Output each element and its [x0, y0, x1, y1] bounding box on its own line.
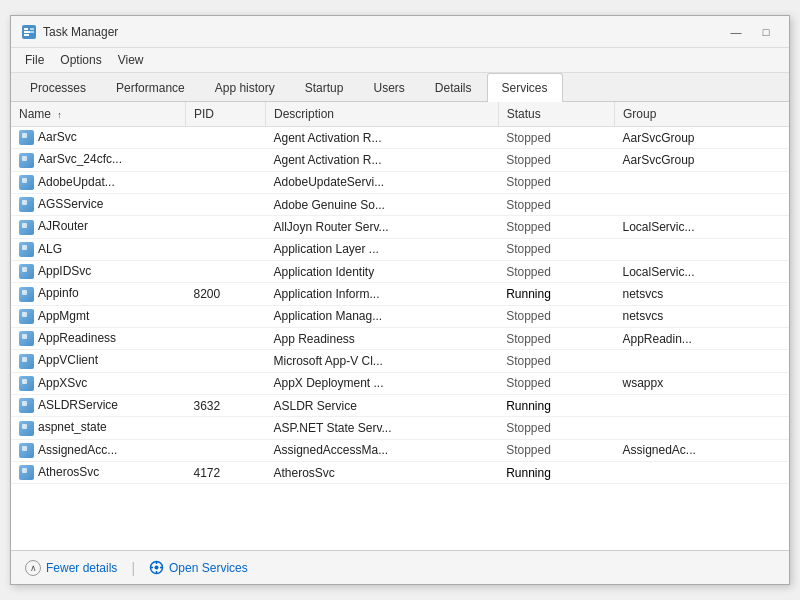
cell-name: AdobeUpdat... — [11, 171, 186, 193]
table-row[interactable]: AarSvcAgent Activation R...StoppedAarSvc… — [11, 127, 789, 149]
menu-item-view[interactable]: View — [110, 50, 152, 70]
cell-name: AppReadiness — [11, 327, 186, 349]
cell-name: AtherosSvc — [11, 461, 186, 483]
table-row[interactable]: AarSvc_24cfc...Agent Activation R...Stop… — [11, 149, 789, 171]
cell-group — [614, 417, 789, 439]
cell-name: AppVClient — [11, 350, 186, 372]
cell-name: AssignedAcc... — [11, 439, 186, 461]
cell-group: LocalServic... — [614, 216, 789, 238]
col-header-group[interactable]: Group — [614, 102, 789, 127]
table-row[interactable]: AJRouterAllJoyn Router Serv...StoppedLoc… — [11, 216, 789, 238]
cell-status: Stopped — [498, 171, 614, 193]
table-row[interactable]: aspnet_stateASP.NET State Serv...Stopped — [11, 417, 789, 439]
tab-processes[interactable]: Processes — [15, 73, 101, 102]
tab-users[interactable]: Users — [358, 73, 419, 102]
cell-status: Stopped — [498, 216, 614, 238]
cell-status: Running — [498, 394, 614, 416]
table-row[interactable]: AtherosSvc4172AtherosSvcRunning — [11, 461, 789, 483]
cell-status: Stopped — [498, 305, 614, 327]
cell-description: Application Layer ... — [265, 238, 498, 260]
cell-name: AJRouter — [11, 216, 186, 238]
col-header-pid[interactable]: PID — [186, 102, 266, 127]
sort-arrow-name: ↑ — [57, 110, 62, 120]
minimize-button[interactable]: — — [723, 22, 749, 42]
cell-group — [614, 193, 789, 215]
chevron-up-icon: ∧ — [25, 560, 41, 576]
table-row[interactable]: AdobeUpdat...AdobeUpdateServi...Stopped — [11, 171, 789, 193]
cell-name: Appinfo — [11, 283, 186, 305]
cell-description: AppX Deployment ... — [265, 372, 498, 394]
cell-status: Running — [498, 461, 614, 483]
service-icon — [19, 443, 34, 458]
service-icon — [19, 398, 34, 413]
fewer-details-button[interactable]: ∧ Fewer details — [25, 560, 117, 576]
cell-name: aspnet_state — [11, 417, 186, 439]
cell-group: LocalServic... — [614, 260, 789, 282]
cell-pid: 8200 — [186, 283, 266, 305]
service-icon — [19, 197, 34, 212]
cell-description: AllJoyn Router Serv... — [265, 216, 498, 238]
cell-pid — [186, 372, 266, 394]
col-header-status[interactable]: Status — [498, 102, 614, 127]
cell-description: Agent Activation R... — [265, 149, 498, 171]
cell-group — [614, 461, 789, 483]
app-icon — [21, 24, 37, 40]
open-services-button[interactable]: Open Services — [149, 560, 248, 575]
svg-rect-2 — [24, 31, 30, 33]
cell-pid — [186, 350, 266, 372]
table-row[interactable]: AGSServiceAdobe Genuine So...Stopped — [11, 193, 789, 215]
cell-pid — [186, 171, 266, 193]
col-header-description[interactable]: Description — [265, 102, 498, 127]
service-icon — [19, 287, 34, 302]
tab-services[interactable]: Services — [487, 73, 563, 102]
cell-group: AarSvcGroup — [614, 149, 789, 171]
cell-name: ASLDRService — [11, 394, 186, 416]
menu-item-file[interactable]: File — [17, 50, 52, 70]
services-table: Name ↑ PID Description Status Group — [11, 102, 789, 484]
tab-performance[interactable]: Performance — [101, 73, 200, 102]
cell-pid — [186, 149, 266, 171]
cell-pid — [186, 193, 266, 215]
cell-group: netsvcs — [614, 305, 789, 327]
table-row[interactable]: ASLDRService3632ASLDR ServiceRunning — [11, 394, 789, 416]
cell-group — [614, 238, 789, 260]
cell-name: AGSService — [11, 193, 186, 215]
cell-pid — [186, 417, 266, 439]
service-icon — [19, 264, 34, 279]
cell-status: Stopped — [498, 372, 614, 394]
tab-startup[interactable]: Startup — [290, 73, 359, 102]
cell-group — [614, 350, 789, 372]
cell-pid — [186, 439, 266, 461]
cell-description: AssignedAccessMa... — [265, 439, 498, 461]
svg-point-7 — [155, 566, 159, 570]
menu-item-options[interactable]: Options — [52, 50, 109, 70]
table-row[interactable]: AppXSvcAppX Deployment ...Stoppedwsappx — [11, 372, 789, 394]
maximize-button[interactable]: □ — [753, 22, 779, 42]
cell-group: AppReadin... — [614, 327, 789, 349]
cell-description: Adobe Genuine So... — [265, 193, 498, 215]
col-header-name[interactable]: Name ↑ — [11, 102, 186, 127]
cell-pid — [186, 216, 266, 238]
cell-description: AtherosSvc — [265, 461, 498, 483]
cell-status: Stopped — [498, 238, 614, 260]
svg-rect-4 — [30, 28, 34, 30]
tab-app-history[interactable]: App history — [200, 73, 290, 102]
table-row[interactable]: AppReadinessApp ReadinessStoppedAppReadi… — [11, 327, 789, 349]
services-table-container[interactable]: Name ↑ PID Description Status Group — [11, 102, 789, 550]
svg-rect-1 — [24, 28, 28, 30]
table-row[interactable]: AssignedAcc...AssignedAccessMa...Stopped… — [11, 439, 789, 461]
cell-pid — [186, 327, 266, 349]
tab-details[interactable]: Details — [420, 73, 487, 102]
table-row[interactable]: AppVClientMicrosoft App-V Cl...Stopped — [11, 350, 789, 372]
service-icon — [19, 220, 34, 235]
table-row[interactable]: Appinfo8200Application Inform...Runningn… — [11, 283, 789, 305]
footer-separator: | — [131, 560, 135, 576]
cell-group: AssignedAc... — [614, 439, 789, 461]
service-icon — [19, 130, 34, 145]
cell-status: Running — [498, 283, 614, 305]
cell-group: AarSvcGroup — [614, 127, 789, 149]
table-row[interactable]: AppMgmtApplication Manag...Stoppednetsvc… — [11, 305, 789, 327]
table-row[interactable]: AppIDSvcApplication IdentityStoppedLocal… — [11, 260, 789, 282]
table-row[interactable]: ALGApplication Layer ...Stopped — [11, 238, 789, 260]
service-icon — [19, 309, 34, 324]
